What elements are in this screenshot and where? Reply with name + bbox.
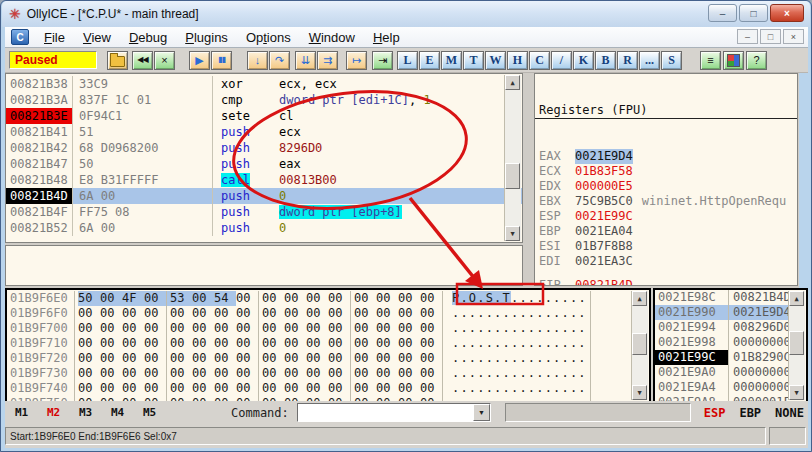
- close-button[interactable]: ×: [770, 4, 804, 22]
- register-row[interactable]: EDX000000E5: [535, 179, 797, 194]
- dump-row[interactable]: 01B9F6E050004F00530054000000000000000000…: [7, 291, 633, 306]
- maximize-button[interactable]: □: [739, 4, 768, 22]
- register-row[interactable]: ESP0021E99C: [535, 209, 797, 224]
- disasm-row[interactable]: 00821B526A 00push0: [6, 220, 522, 236]
- view-log-button[interactable]: L: [397, 51, 418, 70]
- stack-row[interactable]: 0021E9A000000000: [655, 365, 790, 380]
- disasm-row[interactable]: 00821B3833C9xorecx, ecx: [6, 76, 522, 92]
- scroll-up-icon[interactable]: ▲: [632, 291, 647, 306]
- tab-m5[interactable]: M5: [143, 406, 167, 419]
- disassembly-scrollbar[interactable]: ▲ ▼: [504, 75, 521, 241]
- view-breakpoints-button[interactable]: B: [595, 51, 616, 70]
- view-list-button[interactable]: ≡: [700, 51, 721, 70]
- menu-view[interactable]: View: [74, 28, 120, 47]
- command-input[interactable]: [298, 404, 473, 421]
- stack-pane[interactable]: 0021E98C00821B4D0021E9900021E9D40021E994…: [653, 288, 808, 403]
- system-menu-icon[interactable]: C: [11, 29, 29, 45]
- view-patches-button[interactable]: /: [551, 51, 572, 70]
- menu-plugins[interactable]: Plugins: [176, 28, 237, 47]
- register-row[interactable]: EBX75C9B5C0wininet.HttpOpenRequ: [535, 194, 797, 209]
- step-into-button[interactable]: ↓: [247, 51, 268, 70]
- register-row[interactable]: EIP00821B4D: [535, 278, 797, 286]
- stack-row[interactable]: 0021E99800000000: [655, 335, 790, 350]
- disasm-row[interactable]: 00821B4FFF75 08pushdword ptr [ebp+8]: [6, 204, 522, 220]
- dump-row[interactable]: 01B9F71000000000000000000000000000000000…: [7, 336, 633, 351]
- view-handles-button[interactable]: H: [507, 51, 528, 70]
- stack-row[interactable]: 0021E994008296D0: [655, 320, 790, 335]
- dump-scrollbar[interactable]: ▲ ▼: [631, 291, 648, 400]
- scroll-thumb[interactable]: [789, 331, 804, 355]
- stack-row[interactable]: 0021E98C00821B4D: [655, 290, 790, 305]
- mdi-minimize-button[interactable]: –: [737, 29, 758, 44]
- stack-row[interactable]: 0021E9900021E9D4: [655, 305, 790, 320]
- hex-dump-pane[interactable]: 01B9F6E050004F00530054000000000000000000…: [5, 288, 651, 403]
- close-button[interactable]: ×: [154, 51, 175, 70]
- step-over-button[interactable]: ↷: [269, 51, 290, 70]
- view-callstack-button[interactable]: K: [573, 51, 594, 70]
- disassembly-pane[interactable]: 00821B3833C9xorecx, ecx00821B3A837F 1C 0…: [5, 73, 523, 243]
- register-row[interactable]: EBP0021EA04: [535, 224, 797, 239]
- view-threads-button[interactable]: T: [463, 51, 484, 70]
- tab-m3[interactable]: M3: [79, 406, 103, 419]
- scroll-thumb[interactable]: [505, 163, 520, 189]
- dump-row[interactable]: 01B9F70000000000000000000000000000000000…: [7, 321, 633, 336]
- restart-button[interactable]: ◀◀: [132, 51, 153, 70]
- scroll-down-icon[interactable]: ▼: [789, 385, 804, 400]
- view-run-trace-button[interactable]: ...: [639, 51, 660, 70]
- dump-row[interactable]: 01B9F74000000000000000000000000000000000…: [7, 381, 633, 396]
- scroll-thumb[interactable]: [632, 333, 647, 355]
- stack-scrollbar[interactable]: ▲ ▼: [788, 291, 805, 400]
- dump-row[interactable]: 01B9F72000000000000000000000000000000000…: [7, 351, 633, 366]
- scroll-up-icon[interactable]: ▲: [505, 75, 520, 90]
- view-cpu-button[interactable]: C: [529, 51, 550, 70]
- open-button[interactable]: [107, 51, 128, 70]
- dump-row[interactable]: 01B9F6F000000000000000000000000000000000…: [7, 306, 633, 321]
- menu-file[interactable]: File: [35, 28, 74, 47]
- minimize-button[interactable]: –: [708, 4, 737, 22]
- view-executables-button[interactable]: E: [419, 51, 440, 70]
- menu-debug[interactable]: Debug: [120, 28, 176, 47]
- dump-row[interactable]: 01B9F73000000000000000000000000000000000…: [7, 366, 633, 381]
- goto-button[interactable]: ⇥: [372, 51, 393, 70]
- stack-row[interactable]: 0021E9A400000000: [655, 380, 790, 395]
- flag-ebp[interactable]: EBP: [739, 406, 761, 420]
- view-windows-button[interactable]: W: [485, 51, 506, 70]
- animate-into-button[interactable]: ⇊: [295, 51, 316, 70]
- disasm-row[interactable]: 00821B3A837F 1C 01cmpdword ptr [edi+1C],…: [6, 92, 522, 108]
- register-row[interactable]: ECX01B83F58: [535, 164, 797, 179]
- tab-m4[interactable]: M4: [111, 406, 135, 419]
- disasm-row[interactable]: 00821B4D6A 00push0: [6, 188, 522, 204]
- disasm-row[interactable]: 00821B4268 D0968200push8296D0: [6, 140, 522, 156]
- flag-none[interactable]: NONE: [775, 406, 804, 420]
- disasm-row[interactable]: 00821B4750pusheax: [6, 156, 522, 172]
- mdi-close-button[interactable]: ×: [783, 29, 804, 44]
- menu-help[interactable]: Help: [364, 28, 409, 47]
- flag-esp[interactable]: ESP: [704, 406, 726, 420]
- tab-m1[interactable]: M1: [15, 406, 39, 419]
- until-return-button[interactable]: ↦: [346, 51, 367, 70]
- view-source-button[interactable]: S: [661, 51, 682, 70]
- view-memory-button[interactable]: M: [441, 51, 462, 70]
- disasm-row[interactable]: 00821B3E0F94C1setecl: [6, 108, 522, 124]
- disasm-row[interactable]: 00821B4151pushecx: [6, 124, 522, 140]
- animate-over-button[interactable]: ⇉: [317, 51, 338, 70]
- scroll-down-icon[interactable]: ▼: [632, 385, 647, 400]
- disasm-row[interactable]: 00821B48E8 B31FFFFFcall00813B00: [6, 172, 522, 188]
- scroll-down-icon[interactable]: ▼: [505, 226, 520, 241]
- info-pane[interactable]: [5, 245, 523, 286]
- menu-options[interactable]: Options: [237, 28, 300, 47]
- registers-pane[interactable]: Registers (FPU) EAX0021E9D4ECX01B83F58ED…: [534, 73, 798, 286]
- stack-row[interactable]: 0021E99C01B8290C: [655, 350, 790, 365]
- register-row[interactable]: ESI01B7F8B8: [535, 239, 797, 254]
- tab-m2[interactable]: M2: [47, 406, 71, 419]
- menu-window[interactable]: Window: [300, 28, 364, 47]
- view-references-button[interactable]: R: [617, 51, 638, 70]
- register-row[interactable]: EDI0021EA3C: [535, 254, 797, 269]
- pause-button[interactable]: ▮▮: [211, 51, 232, 70]
- scroll-up-icon[interactable]: ▲: [789, 291, 804, 306]
- mdi-restore-button[interactable]: □: [760, 29, 781, 44]
- register-row[interactable]: EAX0021E9D4: [535, 149, 797, 164]
- dropdown-button[interactable]: ▼: [473, 404, 490, 421]
- appearance-button[interactable]: [723, 51, 744, 70]
- run-button[interactable]: ▶: [189, 51, 210, 70]
